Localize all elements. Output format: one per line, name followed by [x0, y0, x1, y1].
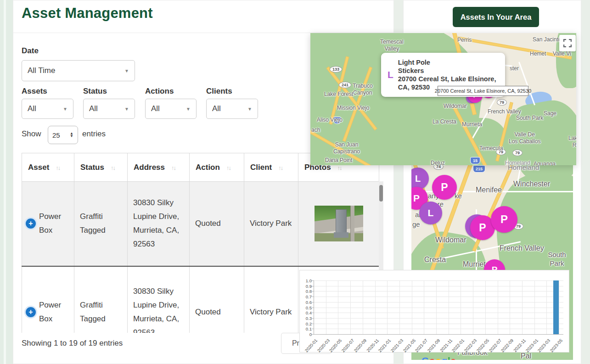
photo-power-box	[336, 209, 347, 234]
map-label: South Park	[541, 251, 573, 268]
chart-gridline	[326, 280, 326, 334]
map-label: Aguanga	[534, 161, 556, 165]
assets-in-your-area-label: Assets In Your Area	[461, 13, 532, 22]
page-left-margin	[0, 0, 13, 364]
y-tick-label: 1.0	[301, 278, 312, 283]
sort-icon[interactable]: ↑↓	[278, 164, 282, 171]
chart-gridline	[498, 280, 498, 334]
map-label: Valle De Los Caballos	[509, 131, 540, 145]
clients-filter-select[interactable]: All ▼	[206, 99, 258, 119]
y-tick-label: 0.9	[301, 284, 312, 289]
column-label: Client	[250, 163, 272, 172]
chart-gridline	[436, 280, 437, 334]
road-shield: 133	[330, 66, 342, 73]
assets-filter-select[interactable]: All ▼	[22, 99, 73, 119]
map-marker[interactable]: L	[419, 202, 442, 224]
map-marker[interactable]: P	[432, 175, 457, 200]
column-header-address[interactable]: Address↑↓	[128, 153, 190, 182]
fullscreen-icon	[563, 39, 572, 47]
table-scrollbar-thumb[interactable]	[379, 185, 383, 202]
fullscreen-button[interactable]	[559, 35, 576, 51]
assets-over-time-chart: 00.10.20.30.40.50.60.70.80.91.02020-0120…	[299, 270, 569, 353]
column-header-action[interactable]: Action↑↓	[190, 153, 244, 182]
chart-gridline	[314, 318, 563, 319]
map-label: ster	[510, 65, 519, 72]
info-window-marker-letter: L	[388, 69, 393, 80]
asset-name: Power Box	[39, 210, 68, 237]
actions-filter-select[interactable]: All ▼	[145, 99, 197, 119]
asset-name: Power Box	[39, 298, 68, 326]
sort-icon[interactable]: ↑↓	[226, 164, 230, 171]
sort-icon[interactable]: ↑↓	[171, 164, 175, 171]
assets-filter-value: All	[28, 104, 36, 113]
map-label: French Valley	[500, 244, 544, 253]
y-tick-label: 0.6	[301, 300, 312, 305]
map-label: Aliso Viejo	[317, 117, 343, 123]
date-filter-value: All Time	[28, 66, 55, 75]
entries-per-page-select[interactable]: 25 ▲▼	[48, 126, 78, 144]
map-label: ge	[412, 220, 420, 229]
column-header-status[interactable]: Status↑↓	[74, 153, 128, 182]
chart-gridline	[375, 280, 376, 334]
y-tick-label: 0.5	[301, 305, 312, 310]
y-tick-label: 0.2	[301, 321, 312, 326]
photo-power-box-base	[334, 232, 348, 238]
asset-action: Quoted	[190, 266, 244, 333]
status-filter-select[interactable]: All ▼	[83, 99, 135, 119]
map-label: ke	[455, 192, 462, 201]
chart-gridline	[314, 280, 563, 281]
expand-row-plus-icon[interactable]: +	[26, 307, 36, 317]
road-shield: 215	[473, 165, 485, 173]
chart-gridline	[314, 302, 563, 302]
map-label: French Valley	[488, 108, 521, 115]
map-label: Lake Forest	[324, 91, 353, 98]
chart-gridline	[449, 280, 449, 334]
chevron-down-icon: ▼	[63, 106, 67, 112]
overlay-map[interactable]: L Light Pole Stickers 20700 Cereal St, L…	[310, 33, 576, 165]
column-label: Address	[134, 163, 165, 172]
google-logo-letter: G	[421, 355, 429, 360]
chart-gridline	[314, 291, 563, 291]
chart-gridline	[522, 280, 523, 334]
google-logo-letter: g	[442, 355, 448, 360]
column-header-asset[interactable]: Asset↑↓	[22, 153, 74, 182]
map-label: Temescal Valley	[380, 39, 404, 52]
expand-row-plus-icon[interactable]: +	[26, 218, 36, 229]
map-label: Winchester	[513, 179, 550, 189]
chart-gridline	[559, 280, 559, 334]
chevron-down-icon: ▼	[247, 106, 252, 112]
asset-status: Graffiti Tagged	[74, 182, 128, 266]
chart-x-axis	[314, 334, 563, 335]
show-entries-suffix: entries	[82, 129, 106, 139]
road-shield: 15	[470, 157, 480, 164]
chart-gridline	[546, 280, 547, 334]
chevron-down-icon: ▼	[186, 106, 191, 112]
date-filter-select[interactable]: All Time ▼	[22, 60, 135, 81]
map-label: Perris	[457, 37, 472, 44]
chart-gridline	[314, 329, 563, 329]
map-marker[interactable]: P	[491, 206, 517, 233]
asset-photo[interactable]	[315, 206, 363, 241]
asset-address: 30830 Silky Lupine Drive, Murrieta, CA, …	[128, 266, 190, 333]
showing-entries-text: Showing 1 to 19 of 19 entries	[22, 339, 123, 348]
map-label: Temecula	[479, 145, 503, 152]
table-row[interactable]: + Power Box Graffiti Tagged 30830 Silky …	[22, 182, 379, 266]
y-tick-label: 0.8	[301, 289, 312, 294]
page-title: Asset Management	[22, 5, 153, 22]
sort-icon[interactable]: ↑↓	[111, 164, 115, 171]
map-label: Wildomar	[435, 235, 466, 245]
asset-address: 30830 Silky Lupine Drive, Murrieta, CA, …	[128, 182, 190, 266]
status-filter-value: All	[89, 104, 98, 113]
y-tick-label: 0.4	[301, 310, 312, 315]
sort-icon[interactable]: ↑↓	[56, 164, 60, 171]
photo-pole	[350, 206, 354, 241]
google-logo-letter: o	[429, 355, 435, 360]
column-header-client[interactable]: Client↑↓	[244, 153, 298, 182]
chart-gridline	[314, 286, 563, 286]
map-marker[interactable]: L	[411, 168, 429, 190]
chart-gridline	[485, 280, 486, 334]
map-label: Valle Vi	[553, 50, 571, 57]
chart-gridline	[424, 280, 424, 334]
assets-in-your-area-button[interactable]: Assets In Your Area	[453, 7, 539, 27]
column-label: Action	[196, 163, 220, 172]
